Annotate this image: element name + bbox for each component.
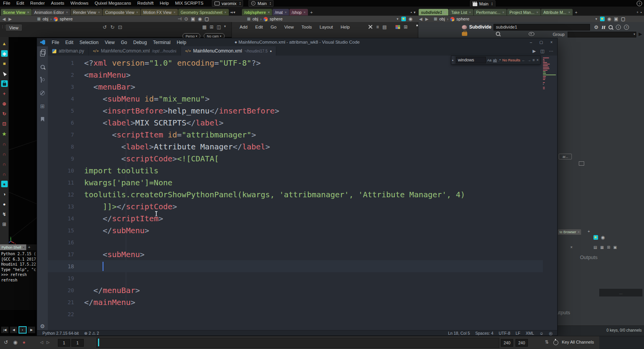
close-icon[interactable]: × bbox=[578, 230, 580, 234]
collapsed-parameter-box[interactable]: ... bbox=[599, 289, 642, 296]
path-tab-mat[interactable]: /mat× bbox=[272, 9, 289, 15]
vscode-menu-go[interactable]: Go bbox=[118, 40, 130, 45]
vscode-menu-help[interactable]: Help bbox=[174, 40, 189, 45]
debug-icon[interactable] bbox=[39, 90, 46, 97]
menubar-item-assets[interactable]: Assets bbox=[48, 0, 68, 7]
network-menu-edit[interactable]: Edit bbox=[251, 24, 267, 30]
pane-tab-take-list[interactable]: Take List× bbox=[449, 9, 473, 15]
editor-tab-mainmenucommon-xml[interactable]: </>MainMenuCommon.xml/opt/.../houdini bbox=[89, 46, 181, 56]
spinner-icon[interactable]: ▴▾ bbox=[492, 2, 493, 5]
vscode-menu-debug[interactable]: Debug bbox=[130, 40, 150, 45]
run-file-icon[interactable]: ▶ bbox=[532, 49, 536, 54]
frame-end-field[interactable]: 240 bbox=[501, 339, 513, 347]
select-arrow-icon[interactable] bbox=[1, 70, 8, 77]
status-item[interactable]: ⊗ 2 ⚠ 2 bbox=[84, 331, 99, 335]
frame-range-field[interactable]: 240 bbox=[516, 339, 528, 347]
pane-menu-widget[interactable]: + ▪ bbox=[637, 10, 642, 14]
close-icon[interactable]: × bbox=[27, 10, 29, 14]
orbit-icon[interactable]: ↺ bbox=[103, 24, 107, 30]
frame-start-field[interactable]: 1 bbox=[58, 339, 70, 347]
menubar-item-quixel-megascans[interactable]: Quixel Megascans bbox=[91, 0, 134, 7]
flipbook-icon[interactable]: ↯ bbox=[1, 211, 8, 217]
status-item[interactable]: Spaces: 4 bbox=[475, 331, 494, 335]
source-control-icon[interactable] bbox=[39, 76, 46, 83]
menubar-item-edit[interactable]: Edit bbox=[14, 0, 27, 7]
shot-selector[interactable]: Main ▴▾ bbox=[470, 0, 495, 7]
pin-icon[interactable]: ⊙ bbox=[184, 17, 188, 21]
range-updown-icon[interactable]: ⇅ bbox=[545, 339, 549, 345]
record-icon[interactable]: ● bbox=[22, 339, 25, 345]
step-forward-icon[interactable]: ▷ bbox=[47, 340, 50, 344]
frame-current-field[interactable]: 1 bbox=[71, 339, 84, 347]
whole-word-toggle[interactable]: ab bbox=[493, 58, 497, 62]
play-button[interactable]: ▶ bbox=[27, 326, 35, 334]
menubar-item-redshift[interactable]: Redshift bbox=[134, 0, 157, 7]
pane-tab-project-man[interactable]: Project Man...× bbox=[507, 9, 541, 15]
back-arrow-icon[interactable]: ◀ bbox=[2, 17, 5, 22]
network-menu-tools[interactable]: Tools bbox=[297, 24, 316, 30]
python-shell-output[interactable]: Python 2.7.15 ([GCC 6.3.1 2017Houdini 17… bbox=[0, 250, 37, 310]
close-icon[interactable]: × bbox=[536, 10, 538, 14]
close-icon[interactable]: × bbox=[66, 10, 68, 14]
notifications-bell-icon[interactable]: ◎ bbox=[549, 331, 553, 335]
extensions-icon[interactable]: ⊞ bbox=[39, 103, 46, 110]
vscode-menu-terminal[interactable]: Terminal bbox=[150, 40, 174, 45]
viewport-grid-icon[interactable]: ⊞ bbox=[1, 221, 8, 227]
tree-view-icon[interactable]: ≡ bbox=[376, 25, 379, 29]
close-icon[interactable]: × bbox=[225, 10, 226, 14]
explorer-icon[interactable] bbox=[39, 50, 46, 57]
pinned-snapshot-icon[interactable] bbox=[401, 17, 406, 21]
toolbar-rollup-button[interactable]: ar... bbox=[559, 154, 572, 159]
pane-menu-widget[interactable]: ▪ ▾ bbox=[411, 10, 416, 14]
menubar-item-windows[interactable]: Windows bbox=[68, 0, 92, 7]
key-all-channels-button[interactable]: Key All Channels bbox=[562, 340, 594, 344]
close-icon[interactable]: × bbox=[98, 10, 100, 14]
attribute-browser-tab[interactable]: te Browser × bbox=[558, 229, 581, 235]
spinner-icon[interactable]: ▴▾ bbox=[270, 2, 271, 5]
chevron-down-icon[interactable]: ▾ bbox=[595, 17, 597, 21]
manage-gear-icon[interactable]: ⚙ bbox=[37, 323, 48, 329]
close-icon[interactable]: × bbox=[268, 10, 270, 14]
breadcrumb-node[interactable]: sphere bbox=[456, 17, 470, 21]
python-shell-tab[interactable]: Python Shell × bbox=[0, 244, 26, 250]
path-tab-shop[interactable]: /shop× bbox=[289, 9, 308, 15]
color-palette-icon[interactable] bbox=[396, 25, 400, 29]
search-icon[interactable] bbox=[496, 32, 500, 36]
vscode-menu-view[interactable]: View bbox=[101, 40, 118, 45]
view-menu-button[interactable]: View bbox=[5, 24, 22, 31]
new-tab-button[interactable]: + bbox=[308, 9, 314, 15]
pane-square-icon[interactable]: ▪ bbox=[641, 10, 642, 14]
desktop-selector[interactable]: varomix ▴▾ bbox=[212, 0, 243, 7]
menubar-item-file[interactable]: File bbox=[0, 0, 14, 7]
status-item[interactable]: XML bbox=[526, 331, 534, 335]
grid-layout-icon[interactable]: ⊞ bbox=[404, 25, 407, 29]
maximize-icon[interactable]: ▢ bbox=[539, 40, 543, 44]
pane-tab-animation-editor[interactable]: Animation Editor× bbox=[32, 9, 70, 15]
cube-icon[interactable]: ▣ bbox=[614, 17, 618, 21]
white-square-icon[interactable]: ▢ bbox=[205, 17, 209, 21]
find-close-icon[interactable]: × bbox=[536, 58, 539, 62]
network-menu-help[interactable]: Help bbox=[337, 24, 354, 30]
node-name-field[interactable]: subdivide1 bbox=[494, 24, 590, 30]
code-editor[interactable]: 1<?xml version="1.0" encoding="UTF-8"?>2… bbox=[48, 57, 543, 320]
find-previous-icon[interactable]: ← bbox=[522, 58, 526, 62]
back-arrow-icon[interactable]: ◀ bbox=[419, 17, 422, 22]
regex-toggle[interactable]: .* bbox=[499, 58, 501, 62]
pane-square-icon[interactable]: ▪ bbox=[230, 10, 232, 14]
breadcrumb[interactable]: ▦ obj › sphere bbox=[434, 17, 469, 21]
close-icon[interactable]: × bbox=[469, 10, 471, 14]
list-view-icon[interactable]: ▤ bbox=[593, 245, 597, 249]
step-back-icon[interactable]: ◁ bbox=[40, 340, 43, 344]
operator-gear-icon[interactable]: ⚙ bbox=[594, 25, 598, 30]
info-circle-icon[interactable]: i bbox=[616, 25, 621, 30]
handles-icon[interactable]: + bbox=[1, 90, 8, 97]
dock-icon[interactable]: ⊣ bbox=[177, 17, 181, 21]
feedback-smiley-icon[interactable]: ☺ bbox=[539, 331, 544, 335]
breadcrumb-root[interactable]: obj bbox=[42, 17, 48, 21]
split-layout-icon[interactable]: ◫ bbox=[216, 24, 221, 30]
status-item[interactable]: Python 2.7.15 64-bit bbox=[42, 331, 79, 335]
network-tools-icon[interactable] bbox=[368, 24, 373, 29]
breadcrumb-node[interactable]: sphere bbox=[60, 17, 73, 21]
pose-icon[interactable]: ★ bbox=[1, 130, 8, 137]
network-menu-go[interactable]: Go bbox=[267, 24, 280, 30]
